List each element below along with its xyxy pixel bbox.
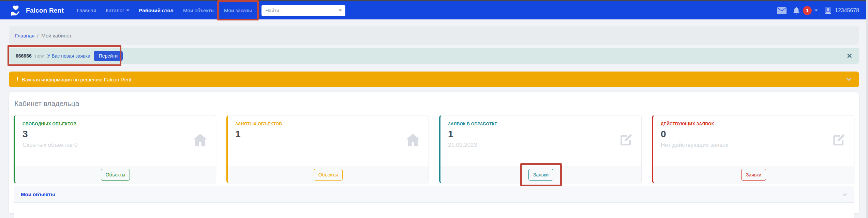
objects-button[interactable]: Объекты [101,169,130,181]
notification-content: 666666 now У Вас новая заявка Перейти [16,51,123,61]
stat-title: ЗАЯВОК В ОБРАБОТКЕ [448,122,634,126]
stat-value: 1 [448,129,634,140]
messages-button[interactable] [777,7,787,14]
new-request-notification-bar: 666666 now У Вас новая заявка Перейти ✕ [9,48,859,64]
nav-item-my-orders[interactable]: Мои заказы [221,5,255,16]
search-input[interactable] [261,5,345,16]
my-objects-title: Мои объекты [21,191,55,197]
stat-subtext: Скрытых объектов 0 [23,142,208,149]
stat-body: СВОБОДНЫХ ОБЪЕКТОВ 3 Скрытых объектов 0 [15,115,216,166]
stat-title: ДЕЙСТВУЮЩИХ ЗАЯВОК [661,122,847,126]
nav-item-my-objects[interactable]: Мои объекты [180,5,218,16]
notification-message-link[interactable]: У Вас новая заявка [47,53,90,59]
nav-item-catalog[interactable]: Каталог [102,5,133,16]
stat-title: СВОБОДНЫХ ОБЪЕКТОВ [23,122,208,126]
stat-value: 3 [23,129,208,140]
notification-id: 666666 [16,53,32,59]
exclamation-icon: ! [16,76,18,83]
breadcrumb: Главная / Мой кабинет [9,26,859,45]
warning-text: Важная информация по решению Falcon Rent [22,77,132,82]
bell-icon [793,6,800,15]
breadcrumb-current: Мой кабинет [41,33,72,38]
edit-icon [619,133,633,149]
stat-card-requests-processing: ЗАЯВОК В ОБРАБОТКЕ 1 21.09.2023 Заявки [439,115,642,183]
stat-footer: Заявки [440,166,641,183]
notification-count-badge: 1 [803,6,812,15]
envelope-icon [777,7,787,14]
nav-menu: Главная Каталог Рабочий стол Мои объекты… [72,5,257,16]
chevron-down-icon [126,10,130,11]
stat-subtext [235,142,421,149]
stat-body: ЗАЯВОК В ОБРАБОТКЕ 1 21.09.2023 [440,115,641,166]
requests-button[interactable]: Заявки [741,169,766,181]
stat-footer: Объекты [15,166,216,183]
stats-grid: СВОБОДНЫХ ОБЪЕКТОВ 3 Скрытых объектов 0 … [14,115,854,183]
edit-icon [832,133,846,149]
breadcrumb-separator: / [37,33,39,38]
chevron-down-icon[interactable] [846,76,852,82]
stat-footer: Объекты [228,166,429,183]
requests-button[interactable]: Заявки [528,169,553,181]
stat-value: 0 [661,129,847,140]
nav-item-desktop[interactable]: Рабочий стол [136,5,177,16]
username: 12345678 [835,7,859,14]
user-icon [824,6,832,15]
stat-title: ЗАНЯТЫХ ОБЪЕКТОВ [235,122,421,126]
stat-footer: Заявки [653,166,854,183]
my-objects-section: Мои объекты [14,186,854,218]
brand-name: Falcon Rent [26,7,64,14]
stat-card-occupied-objects: ЗАНЯТЫХ ОБЪЕКТОВ 1 Объекты [226,115,429,183]
navbar-right: 1 12345678 [777,6,859,15]
page-title: Кабинет владельца [14,99,854,108]
breadcrumb-home-link[interactable]: Главная [15,33,34,38]
chevron-down-icon [814,10,818,11]
stat-body: ЗАНЯТЫХ ОБЪЕКТОВ 1 [228,115,429,166]
home-icon [193,133,208,148]
chevron-down-icon [842,191,847,198]
objects-button[interactable]: Объекты [314,169,343,181]
search-combobox [261,5,345,16]
nav-item-home[interactable]: Главная [73,5,100,16]
nav-item-catalog-label: Каталог [106,7,124,13]
notifications-button[interactable]: 1 [793,6,818,15]
my-objects-body [14,203,854,218]
search-dropdown-caret-icon[interactable] [339,10,342,11]
nav-item-my-objects-label: Мои объекты [183,7,214,13]
scrollbar[interactable] [866,0,868,218]
stat-card-active-requests: ДЕЙСТВУЮЩИХ ЗАЯВОК 0 Нет действующих зая… [652,115,854,183]
nav-item-my-orders-label: Мои заказы [224,7,252,13]
stat-value: 1 [235,129,421,140]
navbar: Falcon Rent Главная Каталог Рабочий стол… [0,1,868,19]
close-icon[interactable]: ✕ [847,52,852,59]
important-info-banner[interactable]: ! Важная информация по решению Falcon Re… [9,72,859,87]
stat-body: ДЕЙСТВУЮЩИХ ЗАЯВОК 0 Нет действующих зая… [653,115,854,166]
stat-subtext: Нет действующих заявок [661,142,847,149]
go-to-request-button[interactable]: Перейти [94,51,123,61]
stat-subtext: 21.09.2023 [448,142,634,149]
notification-time: now [35,53,44,59]
user-menu-button[interactable]: 12345678 [824,6,859,15]
nav-item-home-label: Главная [77,7,96,13]
my-objects-header[interactable]: Мои объекты [14,186,854,203]
stat-card-free-objects: СВОБОДНЫХ ОБЪЕКТОВ 3 Скрытых объектов 0 … [14,115,216,183]
owner-cabinet-card: Кабинет владельца СВОБОДНЫХ ОБЪЕКТОВ 3 С… [9,92,859,213]
heart-in-hand-logo-icon [9,4,23,17]
home-icon [405,133,420,148]
brand[interactable]: Falcon Rent [9,4,64,17]
nav-item-desktop-label: Рабочий стол [139,7,174,13]
